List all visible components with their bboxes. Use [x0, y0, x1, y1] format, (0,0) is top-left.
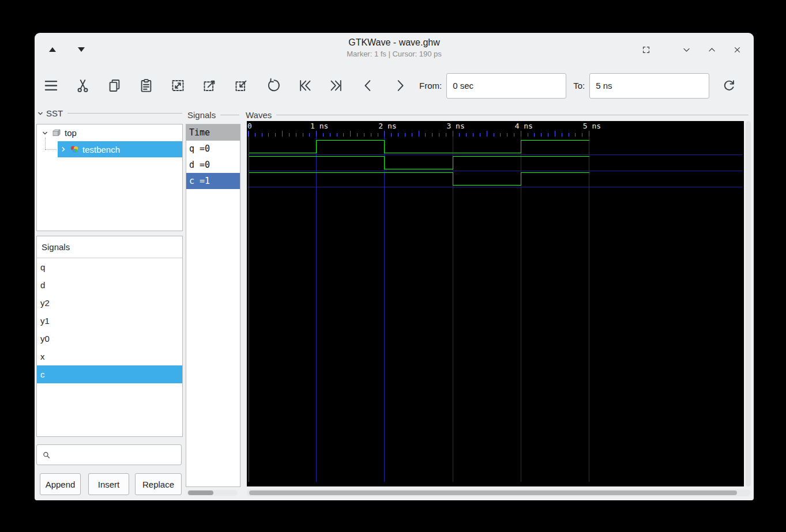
tree-item-label: top — [65, 128, 77, 138]
to-input[interactable] — [589, 73, 709, 99]
chevron-left-icon — [360, 78, 376, 93]
signal-item-x[interactable]: x — [37, 348, 182, 365]
skip-start-icon — [297, 78, 313, 93]
fullscreen-button[interactable] — [640, 43, 652, 56]
close-icon — [732, 45, 742, 55]
waves-vscrollbar[interactable] — [746, 121, 751, 486]
chevron-down-icon — [37, 110, 44, 117]
cut-button[interactable] — [71, 74, 94, 97]
desktop-background: GTKWave - wave.ghw Marker: 1 fs | Cursor… — [0, 0, 786, 532]
titlebar-down-arrow-button[interactable] — [75, 43, 88, 56]
from-input[interactable] — [446, 73, 566, 99]
main-toolbar: From: To: — [35, 66, 754, 105]
chevron-right-icon — [60, 146, 67, 153]
fullscreen-icon — [641, 45, 651, 55]
append-button[interactable]: Append — [40, 473, 81, 495]
gtkwave-window: GTKWave - wave.ghw Marker: 1 fs | Cursor… — [35, 33, 754, 500]
tree-item-label: testbench — [82, 145, 120, 154]
zoom-in-icon — [234, 78, 249, 93]
sst-signals-header: Signals — [37, 236, 182, 258]
reload-button[interactable] — [717, 74, 740, 97]
tree-item-testbench[interactable]: testbench — [37, 141, 182, 158]
to-label: To: — [573, 81, 585, 90]
toolbar-icons — [39, 74, 411, 97]
insert-button[interactable]: Insert — [88, 473, 129, 495]
svg-text:5 ns: 5 ns — [583, 122, 601, 130]
signal-item-q[interactable]: q — [37, 258, 182, 276]
copy-button[interactable] — [103, 74, 126, 97]
close-button[interactable] — [731, 43, 743, 56]
cube-icon — [52, 129, 61, 138]
waves-hscrollbar[interactable] — [247, 489, 750, 496]
wave-signal-row[interactable]: q =0 — [186, 141, 240, 157]
wave-signal-rows: q =0d =0c =1 — [186, 141, 240, 189]
cut-icon — [75, 78, 91, 93]
svg-text:0: 0 — [247, 122, 252, 130]
to-start-button[interactable] — [293, 74, 316, 97]
sst-title: SST — [46, 108, 63, 118]
titlebar-up-arrow-button[interactable] — [46, 43, 59, 56]
scrollbar-thumb[interactable] — [188, 491, 213, 495]
main-content: SST toptestbench Signals qdy2y1y0xc Appe… — [35, 105, 754, 500]
signals-hscrollbar[interactable] — [187, 490, 238, 496]
signal-item-y0[interactable]: y0 — [37, 330, 182, 348]
zoom-in-button[interactable] — [230, 74, 253, 97]
svg-text:1 ns: 1 ns — [310, 122, 328, 130]
waves-frame-label: Waves — [246, 110, 749, 120]
module-icon — [70, 145, 79, 154]
titlebar-left-arrows — [46, 33, 88, 66]
step-forward-button[interactable] — [388, 74, 411, 97]
paste-icon — [138, 78, 154, 93]
time-header[interactable]: Time — [186, 124, 240, 141]
maximize-icon — [707, 45, 717, 55]
menu-button[interactable] — [39, 74, 62, 97]
svg-text:3 ns: 3 ns — [446, 122, 464, 130]
tree-guide — [45, 138, 46, 149]
signal-item-c[interactable]: c — [37, 365, 182, 383]
wave-canvas[interactable]: 01 ns2 ns3 ns4 ns5 ns — [247, 121, 744, 486]
paste-button[interactable] — [134, 74, 157, 97]
signal-search-field[interactable] — [36, 444, 182, 465]
maximize-button[interactable] — [705, 43, 718, 56]
to-end-button[interactable] — [325, 74, 348, 97]
svg-text:4 ns: 4 ns — [515, 122, 533, 130]
tree-guide — [45, 149, 57, 150]
signal-item-d[interactable]: d — [37, 276, 182, 294]
menu-icon — [43, 78, 59, 93]
wave-signal-row[interactable]: c =1 — [186, 173, 240, 189]
step-back-button[interactable] — [356, 74, 379, 97]
signals-panel: Time q =0d =0c =1 — [186, 124, 240, 487]
minimize-button[interactable] — [680, 43, 693, 56]
window-controls — [640, 33, 743, 66]
zoom-out-icon — [202, 78, 217, 93]
wave-signal-row[interactable]: d =0 — [186, 157, 240, 173]
sst-signals-box: Signals qdy2y1y0xc — [36, 236, 183, 437]
tree-item-selection[interactable]: testbench — [58, 141, 182, 157]
divider — [276, 115, 749, 115]
undo-button[interactable] — [261, 74, 284, 97]
waveform-svg: 01 ns2 ns3 ns4 ns5 ns — [247, 121, 744, 486]
sst-button-row: AppendInsertReplace — [36, 473, 182, 495]
undo-icon — [265, 78, 281, 93]
scrollbar-thumb[interactable] — [249, 491, 737, 495]
zoom-out-button[interactable] — [198, 74, 221, 97]
tree-item-top[interactable]: top — [37, 124, 182, 141]
minimize-icon — [682, 45, 691, 55]
svg-text:2 ns: 2 ns — [378, 122, 396, 130]
chevron-down-icon — [42, 130, 48, 137]
search-icon — [42, 450, 51, 460]
signal-item-y2[interactable]: y2 — [37, 294, 182, 312]
divider — [220, 115, 239, 115]
copy-icon — [107, 78, 122, 93]
from-label: From: — [419, 81, 442, 90]
signal-item-y1[interactable]: y1 — [37, 312, 182, 330]
sst-frame-label[interactable]: SST — [37, 108, 182, 118]
titlebar[interactable]: GTKWave - wave.ghw Marker: 1 fs | Cursor… — [35, 33, 754, 66]
search-input[interactable] — [55, 450, 181, 461]
sst-signal-list: qdy2y1y0xc — [37, 258, 182, 383]
sst-tree: toptestbench — [36, 124, 183, 231]
replace-button[interactable]: Replace — [135, 473, 182, 495]
zoom-fit-button[interactable] — [166, 74, 189, 97]
waves-panel-title: Waves — [246, 110, 272, 120]
chevron-right-icon — [392, 78, 408, 93]
